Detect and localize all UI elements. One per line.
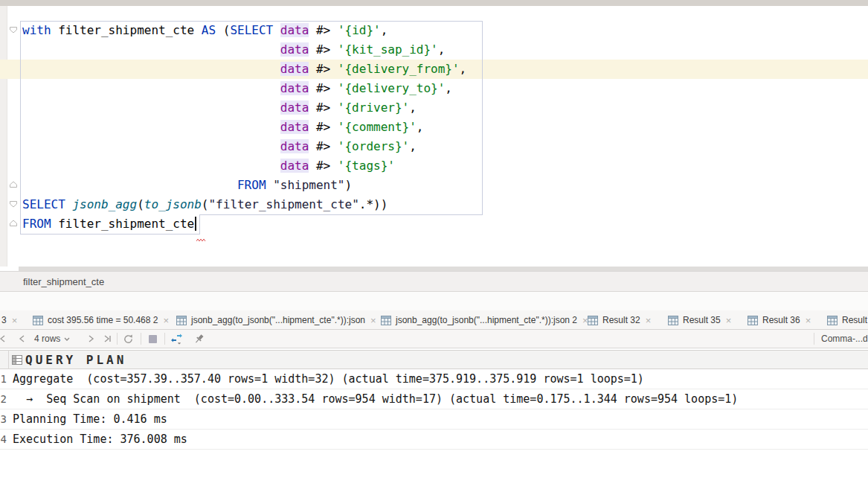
row-number: 1	[0, 369, 7, 389]
first-page-button[interactable]	[0, 332, 10, 345]
close-icon[interactable]: ×	[645, 316, 652, 325]
table-icon	[176, 316, 187, 325]
next-page-button[interactable]	[83, 332, 98, 345]
chevron-down-icon	[64, 337, 70, 341]
close-icon[interactable]: ×	[162, 316, 170, 325]
tab-label: cost 395.56 time = 50.468 2	[48, 315, 158, 325]
row-number: 3	[0, 409, 7, 430]
close-icon[interactable]: ×	[370, 316, 377, 325]
table-icon	[668, 316, 678, 325]
result-tab-36[interactable]: Result 36 ×	[748, 310, 811, 330]
row-number: 2	[0, 389, 7, 409]
tab-label: Result 35	[683, 315, 721, 325]
result-tab-json[interactable]: jsonb_agg(to_jsonb("...hipment_cte".*)):…	[176, 310, 377, 330]
text-caret	[195, 217, 196, 231]
table-icon	[748, 316, 758, 325]
result-tab-32[interactable]: Result 32 ×	[588, 310, 652, 330]
export-format-label: Comma-...d (	[821, 334, 868, 344]
editor-gutter	[0, 6, 7, 267]
result-tab-37-clipped[interactable]: Result 3	[827, 310, 868, 330]
plan-row-text: Planning Time: 0.416 ms	[13, 409, 167, 430]
result-panel-tab[interactable]: filter_shipment_cte	[0, 271, 868, 292]
sql-code[interactable]: with filter_shipment_cte AS (SELECT data…	[22, 21, 466, 234]
toolbar-separator	[164, 333, 165, 345]
result-toolbar: 4 rows Comma-...d (	[0, 330, 868, 348]
previous-page-button[interactable]	[15, 332, 30, 345]
stop-icon[interactable]	[145, 332, 160, 345]
tab-label: Result 3	[842, 315, 868, 325]
table-icon	[827, 316, 838, 325]
plan-row[interactable]: 1 Aggregate (cost=357.39..357.40 rows=1 …	[0, 369, 868, 389]
pin-icon[interactable]	[192, 332, 207, 345]
close-icon[interactable]: ×	[805, 316, 812, 325]
row-number: 4	[0, 430, 7, 450]
close-icon[interactable]: ×	[725, 316, 733, 325]
plan-row[interactable]: 2 → Seq Scan on shipment (cost=0.00..333…	[0, 389, 868, 409]
fold-end-icon[interactable]	[9, 179, 18, 188]
panel-gap	[0, 292, 868, 310]
plan-row[interactable]: 3 Planning Time: 0.416 ms	[0, 409, 868, 430]
result-tab-cost[interactable]: cost 395.56 time = 50.468 2 ×	[33, 310, 170, 330]
plan-row-text: Execution Time: 376.008 ms	[13, 430, 187, 450]
tab-label: jsonb_agg(to_jsonb("...hipment_cte".*)):…	[191, 315, 365, 325]
table-icon	[33, 316, 43, 325]
fold-expanded-icon[interactable]	[9, 24, 18, 33]
plan-row[interactable]: 4 Execution Time: 376.008 ms	[0, 430, 868, 450]
top-window-strip	[0, 0, 868, 6]
toolbar-separator	[117, 333, 118, 345]
result-panel-label: filter_shipment_cte	[23, 276, 104, 287]
ide-window: with filter_shipment_cte AS (SELECT data…	[0, 0, 868, 504]
column-icon	[12, 355, 22, 365]
result-tab-35[interactable]: Result 35 ×	[668, 310, 732, 330]
typo-squiggle	[196, 232, 208, 245]
reload-icon[interactable]	[120, 332, 135, 345]
table-icon	[381, 316, 391, 325]
page-size-dropdown[interactable]: 4 rows	[34, 332, 70, 345]
result-tabbar: 3 × cost 395.56 time = 50.468 2 × jsonb_…	[0, 310, 868, 330]
tab-label: Result 36	[762, 315, 800, 325]
last-page-button[interactable]	[100, 332, 115, 345]
fold-expanded-icon[interactable]	[9, 198, 18, 207]
fold-end-icon[interactable]	[9, 217, 18, 226]
sync-arrows-icon[interactable]	[169, 332, 184, 345]
result-tab-json-2[interactable]: jsonb_agg(to_jsonb("...hipment_cte".*)):…	[381, 310, 589, 330]
close-icon[interactable]: ×	[11, 316, 19, 325]
toolbar-separator	[814, 333, 814, 345]
tab-label: Result 32	[602, 315, 640, 325]
sql-editor[interactable]: with filter_shipment_cte AS (SELECT data…	[0, 6, 868, 267]
table-icon	[588, 316, 598, 325]
result-tab-clipped[interactable]: 3 ×	[1, 310, 18, 330]
plan-column-header[interactable]: QUERY PLAN	[0, 350, 868, 369]
plan-row-text: → Seq Scan on shipment (cost=0.00..333.5…	[13, 389, 738, 409]
tab-label: jsonb_agg(to_jsonb("...hipment_cte".*)):…	[396, 315, 577, 325]
plan-grid: 1 Aggregate (cost=357.39..357.40 rows=1 …	[0, 369, 868, 450]
tab-label: 3	[1, 315, 7, 325]
toolbar-separator	[141, 333, 141, 345]
plan-column-title: QUERY PLAN	[25, 353, 126, 367]
page-size-label: 4 rows	[34, 334, 60, 344]
export-format-dropdown[interactable]: Comma-...d (	[821, 332, 868, 345]
plan-row-text: Aggregate (cost=357.39..357.40 rows=1 wi…	[13, 369, 644, 389]
